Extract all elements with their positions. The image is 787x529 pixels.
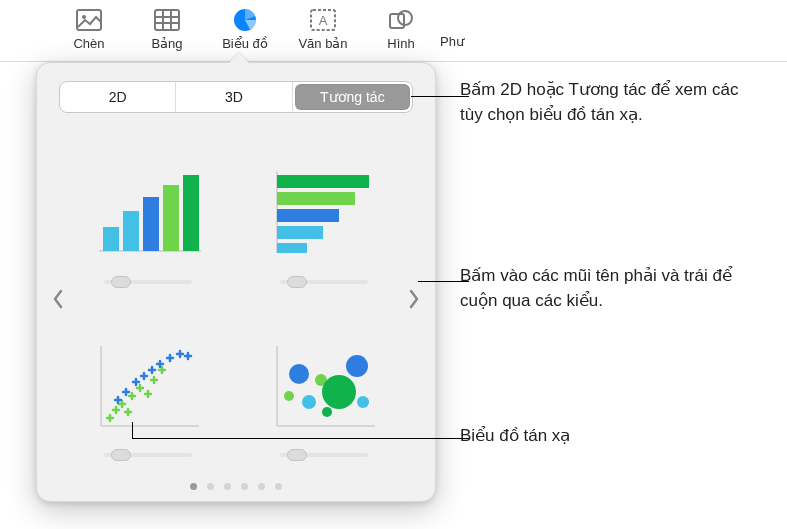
- svg-rect-21: [277, 209, 339, 222]
- media-button[interactable]: Phư: [440, 6, 490, 49]
- svg-point-32: [322, 407, 332, 417]
- insert-button[interactable]: Chèn: [50, 6, 128, 51]
- pager-dot[interactable]: [241, 483, 248, 490]
- svg-rect-13: [103, 227, 119, 251]
- interactive-column-chart[interactable]: [75, 133, 221, 296]
- shapes-icon: [387, 6, 415, 34]
- svg-point-35: [357, 396, 369, 408]
- shapes-button[interactable]: Hình: [362, 6, 440, 51]
- svg-rect-22: [277, 226, 323, 239]
- callout-text: Biểu đồ tán xạ: [460, 424, 570, 449]
- interactive-scatter-chart[interactable]: [75, 306, 221, 469]
- callout-text: Bấm vào các mũi tên phải và trái để cuộn…: [460, 264, 760, 313]
- interactive-bubble-chart[interactable]: [251, 306, 397, 469]
- chart-icon: [231, 6, 259, 34]
- tab-3d[interactable]: 3D: [176, 82, 292, 112]
- pager-dot[interactable]: [207, 483, 214, 490]
- tool-label: Biểu đồ: [222, 36, 268, 51]
- svg-rect-16: [163, 185, 179, 251]
- slider-icon: [280, 276, 368, 288]
- svg-rect-20: [277, 192, 355, 205]
- svg-rect-0: [77, 10, 101, 30]
- svg-point-30: [302, 395, 316, 409]
- svg-point-34: [346, 355, 368, 377]
- svg-rect-19: [277, 175, 369, 188]
- chevron-left-icon[interactable]: [49, 285, 67, 313]
- toolbar: Chèn Bảng Biểu đồ A Văn bản Hình Phư: [0, 0, 787, 62]
- table-button[interactable]: Bảng: [128, 6, 206, 51]
- svg-text:A: A: [319, 13, 328, 28]
- insert-icon: [75, 6, 103, 34]
- svg-rect-15: [143, 197, 159, 251]
- slider-icon: [280, 449, 368, 461]
- svg-point-29: [284, 391, 294, 401]
- table-icon: [153, 6, 181, 34]
- pager-dot[interactable]: [190, 483, 197, 490]
- tool-label: Phư: [440, 34, 464, 49]
- svg-rect-14: [123, 211, 139, 251]
- callout-text: Bấm 2D hoặc Tương tác để xem các tùy chọ…: [460, 78, 760, 127]
- tool-label: Hình: [387, 36, 414, 51]
- svg-rect-10: [390, 14, 404, 28]
- svg-rect-2: [155, 10, 179, 30]
- tab-2d[interactable]: 2D: [60, 82, 176, 112]
- chart-popover: 2D 3D Tương tác: [36, 62, 436, 502]
- text-button[interactable]: A Văn bản: [284, 6, 362, 51]
- tool-label: Chèn: [73, 36, 104, 51]
- chart-button[interactable]: Biểu đồ: [206, 6, 284, 51]
- pager-dot[interactable]: [275, 483, 282, 490]
- pager-dot[interactable]: [224, 483, 231, 490]
- chart-type-tabs: 2D 3D Tương tác: [59, 81, 413, 113]
- svg-rect-23: [277, 243, 307, 253]
- interactive-bar-chart[interactable]: [251, 133, 397, 296]
- svg-point-33: [322, 375, 356, 409]
- style-pager: [53, 483, 419, 490]
- slider-icon: [104, 276, 192, 288]
- pager-dot[interactable]: [258, 483, 265, 490]
- svg-point-1: [82, 15, 86, 19]
- text-icon: A: [309, 6, 337, 34]
- tab-interactive[interactable]: Tương tác: [295, 84, 410, 110]
- chevron-right-icon[interactable]: [405, 285, 423, 313]
- svg-rect-17: [183, 175, 199, 251]
- svg-point-28: [289, 364, 309, 384]
- tool-label: Văn bản: [298, 36, 347, 51]
- tool-label: Bảng: [151, 36, 182, 51]
- slider-icon: [104, 449, 192, 461]
